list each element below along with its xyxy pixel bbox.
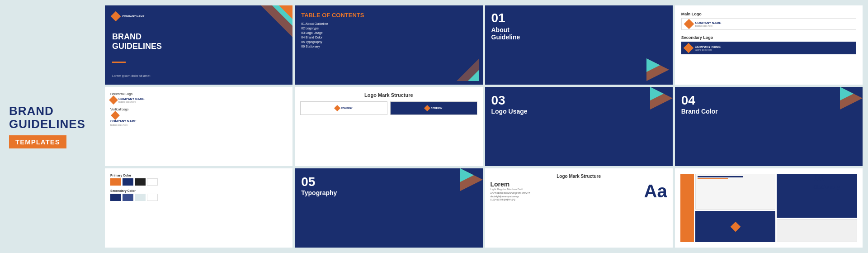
logo-usage-triangle	[650, 87, 673, 110]
card1-brand-text: BRAND GUIDELINES	[112, 32, 285, 52]
vertical-logo-section: Vertical Logo COMPANY NAME tagline goes …	[110, 108, 287, 126]
card11-title: Logo Mark Structure	[491, 174, 667, 179]
struct-item-2: COMPANY	[390, 101, 477, 115]
swatch-dark	[123, 178, 133, 186]
lorem-chars-3: 0123456789!@#$%^&*()	[491, 198, 641, 201]
left-panel: BRAND GUIDELINES TEMPLATES	[0, 91, 99, 162]
card1-logo-icon: COMPANY NAME	[112, 13, 285, 20]
toc-item-6: 06 Stationary	[301, 45, 476, 48]
card-usage[interactable]: 04 Brand Color	[675, 87, 863, 166]
card3-label: About Guideline	[491, 26, 666, 41]
lorem-left: Lorem Light Regular Medium Bold ABCDEFGH…	[491, 181, 641, 201]
card6-title: Logo Mark Structure	[300, 92, 477, 98]
secondary-color-label: Secondary Color	[110, 189, 287, 192]
about-triangle	[646, 58, 669, 81]
card-logo-mark-structure[interactable]: Logo Mark Structure COMPANY COMPANY	[295, 87, 482, 166]
secondary-logo-box: COMPANY NAME tagline goes here	[681, 42, 856, 54]
card-logo-usage[interactable]: 03 Logo Usage	[485, 87, 673, 166]
swatch-s2	[123, 194, 133, 201]
card-colors[interactable]: Primary Color Secondary Color	[105, 168, 292, 248]
secondary-logo-section: Secondary Logo COMPANY NAME tagline goes…	[681, 35, 856, 54]
card12-label: Stationary	[813, 184, 840, 190]
lorem-weights: Light Regular Medium Bold	[491, 188, 641, 191]
card10-label: Typography	[301, 189, 476, 197]
toc-item-3: 03 Logo Usage	[301, 31, 476, 34]
toc-item-2: 02 Logotype	[301, 27, 476, 30]
swatch-black	[135, 178, 146, 186]
swatch-s1	[110, 194, 121, 201]
card7-num: 03	[491, 93, 666, 108]
card-logo-types[interactable]: Horizontal Logo COMPANY NAME tagline goe…	[105, 87, 292, 166]
stat-papers	[695, 174, 776, 242]
lorem-section: Lorem Light Regular Medium Bold ABCDEFGH…	[491, 181, 667, 201]
primary-color-section: Primary Color	[110, 174, 287, 186]
primary-swatches	[110, 178, 287, 186]
swatch-orange	[110, 178, 121, 186]
toc-triangle	[457, 58, 479, 81]
horizontal-logo-box: COMPANY NAME tagline goes here	[110, 97, 287, 103]
brand-color-num: 04	[681, 93, 856, 108]
lorem-chars-1: ABCDEFGHIJKLMNOPQRSTUVWXYZ	[491, 192, 641, 195]
toc-title: TABLE OF CONTENTS	[301, 12, 476, 19]
card-about-guideline[interactable]: 01 About Guideline	[485, 5, 673, 85]
main-logo-section: Main Logo COMPANY NAME tagline goes here	[681, 12, 856, 30]
swatch-s4	[147, 194, 158, 201]
swatch-white	[147, 178, 158, 186]
card7-label: Logo Usage	[491, 108, 666, 115]
horizontal-logo-label: Horizontal Logo	[110, 92, 287, 95]
main-grid: COMPANY NAME BRAND GUIDELINES Lorem ipsu…	[99, 0, 868, 253]
stat-paper-1	[695, 174, 776, 210]
primary-color-label: Primary Color	[110, 174, 287, 177]
lorem-word: Lorem	[491, 181, 641, 188]
toc-item-1: 01 About Guideline	[301, 22, 476, 25]
triangle-decoration	[261, 5, 292, 37]
card-brand-guidelines[interactable]: COMPANY NAME BRAND GUIDELINES Lorem ipsu…	[105, 5, 292, 85]
secondary-color-section: Secondary Color	[110, 189, 287, 201]
toc-list: 01 About Guideline 02 Logotype 03 Logo U…	[301, 22, 476, 49]
struct-item-1: COMPANY	[300, 101, 387, 115]
card3-num: 01	[491, 12, 666, 24]
lorem-chars-2: abcdefghijklmnopqrstuvwxyz	[491, 195, 641, 198]
card-typography[interactable]: 05 Typography	[295, 168, 482, 248]
horizontal-logo-section: Horizontal Logo COMPANY NAME tagline goe…	[110, 92, 287, 103]
toc-item-4: 04 Brand Color	[301, 36, 476, 39]
lorem-aa: Aa	[644, 181, 667, 201]
swatch-s3	[135, 194, 146, 201]
templates-badge: TEMPLATES	[9, 135, 66, 148]
card1-subtext: Lorem ipsum dolor sit amet	[112, 74, 285, 77]
main-logo-box: COMPANY NAME tagline goes here	[681, 18, 856, 30]
stat-dark-card	[695, 211, 776, 242]
card-stationary[interactable]: 06 Stationary	[675, 168, 863, 248]
card-table-of-contents[interactable]: TABLE OF CONTENTS 01 About Guideline 02 …	[295, 5, 482, 85]
logo-struct-grid: COMPANY COMPANY	[300, 101, 477, 115]
card-logotype[interactable]: Main Logo COMPANY NAME tagline goes here…	[675, 5, 863, 85]
main-logo-label: Main Logo	[681, 12, 856, 16]
card12-info: 06 Stationary	[813, 172, 840, 190]
card12-num: 06	[813, 172, 840, 184]
secondary-logo-label: Secondary Logo	[681, 35, 856, 40]
brand-color-label: Brand Color	[681, 108, 856, 115]
stat-light-short	[777, 219, 857, 242]
card10-num: 05	[301, 175, 476, 189]
brand-title: BRAND GUIDELINES	[9, 105, 85, 130]
vertical-logo-label: Vertical Logo	[110, 108, 287, 111]
stat-orange-bar	[680, 174, 694, 242]
toc-item-5: 05 Typography	[301, 40, 476, 43]
typography-triangle	[460, 168, 483, 191]
brand-color-triangle	[840, 87, 863, 110]
secondary-swatches	[110, 194, 287, 201]
card-typography-detail[interactable]: Logo Mark Structure Lorem Light Regular …	[485, 168, 673, 248]
